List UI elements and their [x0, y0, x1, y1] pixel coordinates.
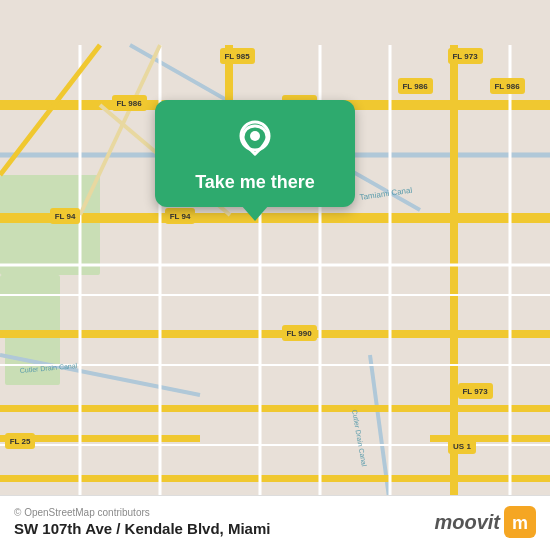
svg-text:m: m	[512, 513, 528, 533]
bottom-left: © OpenStreetMap contributors SW 107th Av…	[14, 507, 270, 537]
svg-text:FL 990: FL 990	[286, 329, 312, 338]
svg-rect-10	[0, 330, 550, 338]
map-attribution: © OpenStreetMap contributors	[14, 507, 270, 518]
moovit-icon: m	[504, 506, 536, 538]
map-container: FL 985 FL 973 FL 986 FL 986 FL 986 FL 98…	[0, 0, 550, 550]
moovit-text: moovit	[434, 511, 500, 534]
moovit-logo: moovit m	[434, 506, 536, 538]
svg-rect-1	[0, 175, 100, 275]
location-name: SW 107th Ave / Kendale Blvd, Miami	[14, 520, 270, 537]
bottom-bar: © OpenStreetMap contributors SW 107th Av…	[0, 495, 550, 550]
svg-text:FL 973: FL 973	[452, 52, 478, 61]
svg-text:FL 986: FL 986	[494, 82, 520, 91]
svg-text:FL 25: FL 25	[10, 437, 31, 446]
svg-text:FL 986: FL 986	[402, 82, 428, 91]
svg-rect-16	[430, 435, 550, 442]
take-me-there-button[interactable]: Take me there	[195, 172, 315, 193]
popup-card: Take me there	[155, 100, 355, 207]
svg-text:FL 985: FL 985	[224, 52, 250, 61]
location-pin-icon	[233, 118, 277, 162]
svg-text:FL 94: FL 94	[55, 212, 76, 221]
svg-text:US 1: US 1	[453, 442, 471, 451]
svg-text:FL 973: FL 973	[462, 387, 488, 396]
svg-text:FL 986: FL 986	[116, 99, 142, 108]
svg-rect-11	[0, 405, 550, 412]
svg-text:FL 94: FL 94	[170, 212, 191, 221]
svg-point-59	[250, 131, 260, 141]
svg-rect-9	[0, 213, 550, 223]
svg-rect-2	[0, 275, 60, 335]
map-svg: FL 985 FL 973 FL 986 FL 986 FL 986 FL 98…	[0, 0, 550, 550]
svg-rect-12	[0, 475, 550, 482]
